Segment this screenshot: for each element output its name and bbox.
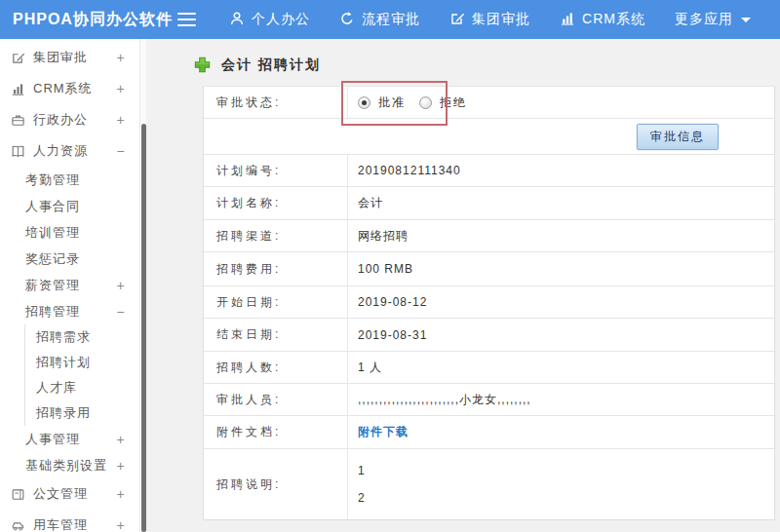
field-value: 2019-08-31 [348,319,774,351]
form-row-approvers: 审批人员: ,,,,,,,,,,,,,,,,,,,,,,,,小龙女,,,,,,,… [204,383,774,415]
sidebar-item-label: 基础类别设置 [25,457,114,475]
description-line: 1 [358,464,774,477]
sidebar-item-label: 人才库 [36,379,139,397]
sidebar-item-label: CRM系统 [33,80,114,97]
expand-toggle[interactable]: + [114,458,128,474]
sidebar: 集团审批 + CRM系统 + 行政办公 + 人力资源 − 考勤管理 人事合同 培… [0,39,146,532]
nav-personal-office[interactable]: 个人办公 [229,11,310,29]
document-icon [10,486,25,502]
form-row-approval-status: 审批状态: 批准 拒绝 [204,86,774,118]
sidebar-item-training[interactable]: 培训管理 [0,219,139,246]
field-value: 1 人 [348,352,774,383]
form-row-start-date: 开始日期: 2019-08-12 [204,285,774,318]
sidebar-item-hr[interactable]: 人力资源 − [0,135,139,167]
field-value: 100 RMB [348,252,774,285]
field-label: 招聘说明: [204,449,348,519]
nav-label: 更多应用 [675,11,733,28]
sidebar-item-label: 人事管理 [25,431,114,448]
nav-group-approval[interactable]: 集团审批 [449,11,530,29]
description-line: 2 [358,491,774,505]
field-label: 计划编号: [204,155,348,186]
expand-toggle[interactable]: + [114,432,128,447]
reject-radio-label[interactable]: 拒绝 [440,95,467,111]
nav-label: 流程审批 [362,11,420,28]
sidebar-item-label: 用车管理 [33,516,114,532]
sidebar-item-label: 公文管理 [33,485,114,503]
hamburger-menu-icon[interactable] [177,13,196,26]
sidebar-item-rewards[interactable]: 奖惩记录 [0,246,139,272]
expand-toggle[interactable]: + [114,517,128,532]
form-row-approval-info: 审批信息 [204,118,774,154]
sidebar-item-vehicle-mgmt[interactable]: 用车管理 + [0,510,139,532]
sidebar-item-talent-pool[interactable]: 人才库 [25,375,139,400]
expand-toggle[interactable]: + [114,81,128,96]
person-icon [229,11,252,29]
form-row-recruit-channel: 招聘渠道: 网络招聘 [204,219,774,251]
sidebar-item-label: 招聘录用 [36,404,139,422]
sidebar-item-hr-contract[interactable]: 人事合同 [0,193,139,219]
nav-label: 个人办公 [252,11,310,28]
sidebar-item-base-category[interactable]: 基础类别设置 + [0,452,139,478]
edit-icon [449,11,472,29]
sidebar-item-admin-office[interactable]: 行政办公 + [0,104,139,135]
field-label: 结束日期: [204,319,348,351]
edit-icon [10,50,25,65]
sidebar-item-label: 人力资源 [33,142,114,160]
sidebar-item-group-approval[interactable]: 集团审批 + [0,42,139,73]
add-plus-icon[interactable] [193,56,212,74]
field-value: 2019-08-12 [348,286,774,318]
expand-toggle[interactable]: + [114,112,128,128]
expand-toggle[interactable]: + [114,278,128,293]
sidebar-item-label: 招聘需求 [36,328,139,346]
nav-more-apps[interactable]: 更多应用 [675,11,751,28]
sidebar-item-crm[interactable]: CRM系统 + [0,73,139,104]
bar-chart-icon [10,81,25,96]
sidebar-item-recruit-hire[interactable]: 招聘录用 [25,400,139,426]
sidebar-item-attendance[interactable]: 考勤管理 [0,167,139,193]
sidebar-item-personnel-mgmt[interactable]: 人事管理 + [0,426,139,452]
attachment-download-link[interactable]: 附件下载 [358,424,409,440]
nav-process-approval[interactable]: 流程审批 [339,11,420,29]
field-label: 招聘人数: [204,352,348,383]
recruit-plan-form: 审批状态: 批准 拒绝 审批信息 计划编号: 20190812111340 计划… [203,86,775,520]
expand-toggle[interactable]: + [114,50,128,65]
top-nav: 个人办公 流程审批 集团审批 CRM系统 更多应用 [229,11,780,29]
approve-radio[interactable] [358,96,370,109]
sidebar-item-recruit-mgmt[interactable]: 招聘管理 − [0,298,139,324]
field-value: ,,,,,,,,,,,,,,,,,,,,,,,,小龙女,,,,,,,, [348,384,774,415]
field-label: 附件文档: [204,416,348,448]
form-row-recruit-cost: 招聘费用: 100 RMB [204,251,774,285]
sidebar-item-label: 行政办公 [33,111,114,129]
sidebar-item-recruit-demand[interactable]: 招聘需求 [25,324,139,350]
field-label: 计划名称: [204,187,348,219]
expand-toggle[interactable]: − [114,304,128,320]
approve-radio-label[interactable]: 批准 [378,95,406,111]
approval-info-button[interactable]: 审批信息 [637,124,719,150]
expand-toggle[interactable]: + [114,486,128,502]
form-row-attachment: 附件文档: 附件下载 [204,415,774,448]
page-header: 会计 招聘计划 [193,56,321,74]
sidebar-item-label: 薪资管理 [25,277,114,294]
field-value: 会计 [348,187,774,219]
sidebar-item-recruit-plan[interactable]: 招聘计划 [25,350,139,375]
field-label: 开始日期: [204,286,348,318]
car-icon [10,517,25,532]
sidebar-item-label: 考勤管理 [25,171,139,189]
expand-toggle[interactable]: − [114,143,128,159]
field-label: 招聘渠道: [204,220,348,251]
field-value: 20190812111340 [348,155,774,186]
form-row-plan-number: 计划编号: 20190812111340 [204,154,774,186]
field-value: 网络招聘 [348,220,774,251]
sidebar-item-document-mgmt[interactable]: 公文管理 + [0,478,139,510]
main-content: 会计 招聘计划 审批状态: 批准 拒绝 审批信息 计划编号: 201908121… [146,39,780,532]
form-row-headcount: 招聘人数: 1 人 [204,351,774,383]
sidebar-item-label: 招聘管理 [25,303,114,321]
sidebar-item-salary[interactable]: 薪资管理 + [0,272,139,298]
caret-down-icon [741,18,751,22]
reject-radio[interactable] [419,96,432,109]
app-logo: PHPOA协同办公软件 [0,10,177,30]
nav-crm[interactable]: CRM系统 [560,11,645,29]
sidebar-scrollbar[interactable] [139,39,146,532]
bar-chart-icon [560,11,582,29]
form-row-plan-name: 计划名称: 会计 [204,186,774,219]
